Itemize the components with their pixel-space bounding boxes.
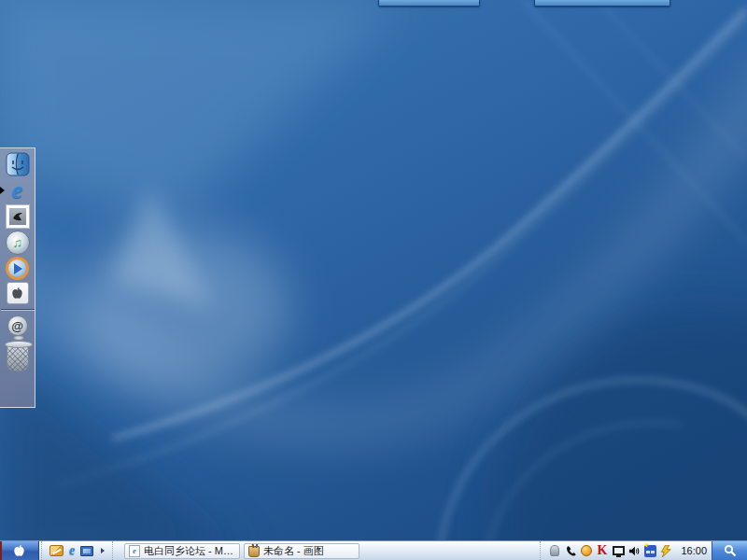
quick-launch-expand-arrow-icon[interactable]: [101, 548, 105, 553]
network-glyph: [644, 545, 656, 557]
dock-item-finder[interactable]: [5, 152, 31, 176]
volume-icon[interactable]: [627, 544, 641, 557]
dock-item-apple-system[interactable]: [5, 282, 31, 304]
media-player-icon: [6, 257, 29, 280]
itunes-note-glyph: ♫: [12, 235, 22, 250]
apple-system-icon: [7, 282, 29, 304]
finder-icon: [6, 152, 30, 176]
quick-launch-bar: e: [41, 541, 113, 560]
running-indicator-icon: [0, 187, 5, 194]
monitor-icon[interactable]: [612, 544, 625, 557]
internet-explorer-icon: e: [12, 178, 23, 203]
itunes-icon: ♫: [6, 231, 30, 255]
display-screen: [83, 549, 91, 553]
pet-face-icon[interactable]: [580, 544, 593, 557]
partial-dialog-button-left[interactable]: [378, 0, 480, 7]
internet-explorer-quicklaunch-icon[interactable]: e: [69, 544, 75, 557]
task-button-paint[interactable]: 未命名 - 画图: [244, 543, 359, 559]
dock-divider: [1, 309, 35, 311]
stamp-bird-art: [9, 208, 26, 225]
trash-icon: [7, 343, 29, 371]
device-glyph: [550, 545, 559, 556]
taskbar: e e 电白同乡论坛 - Micr... 未命名 - 画图 K: [0, 540, 747, 560]
task-button-forum[interactable]: e 电白同乡论坛 - Micr...: [124, 543, 240, 559]
partial-dialog-button-right[interactable]: [534, 0, 670, 7]
lightning-icon[interactable]: [659, 544, 672, 557]
dock-item-internet-explorer[interactable]: e: [5, 178, 31, 203]
mail-at-icon: @: [7, 315, 28, 336]
display-icon[interactable]: [80, 546, 93, 556]
mail-stamp-icon: [6, 204, 30, 229]
dock-item-mail-stamp[interactable]: [5, 204, 31, 229]
desktop-wallpaper: [0, 0, 747, 560]
play-triangle-icon: [14, 263, 22, 274]
dock: e ♫ @: [0, 147, 35, 408]
task-title: 电白同乡论坛 - Micr...: [144, 544, 235, 558]
dock-item-itunes[interactable]: ♫: [5, 231, 31, 255]
show-desktop-icon[interactable]: [49, 545, 63, 556]
phone-glyph: [565, 545, 577, 557]
dock-item-mail-at[interactable]: @: [5, 315, 31, 336]
search-button[interactable]: [712, 541, 747, 560]
lightning-glyph: [660, 545, 672, 557]
pet-face-glyph: [581, 545, 592, 556]
apple-logo-icon: [12, 544, 26, 558]
network-icon[interactable]: [643, 544, 656, 557]
search-icon: [724, 544, 737, 557]
ie-page-icon: e: [129, 545, 140, 557]
at-glyph: @: [11, 319, 23, 333]
system-tray: K 16:00: [540, 541, 712, 560]
apple-glyph-icon: [10, 287, 24, 301]
paint-icon: [248, 546, 260, 557]
task-title: 未命名 - 画图: [263, 544, 324, 558]
wallpaper-art: [0, 0, 747, 560]
start-button[interactable]: [0, 541, 39, 560]
k-glyph: K: [598, 544, 608, 557]
phone-icon[interactable]: [564, 544, 577, 557]
dock-item-trash[interactable]: [5, 338, 31, 371]
ie-page-glyph: e: [133, 547, 136, 555]
speaker-glyph: [628, 545, 641, 557]
network-spark: [644, 543, 650, 548]
device-icon[interactable]: [548, 544, 561, 557]
dock-item-media-player[interactable]: [5, 257, 31, 280]
taskbar-clock[interactable]: 16:00: [679, 545, 707, 556]
monitor-glyph: [613, 546, 625, 555]
k-app-icon[interactable]: K: [596, 544, 609, 557]
